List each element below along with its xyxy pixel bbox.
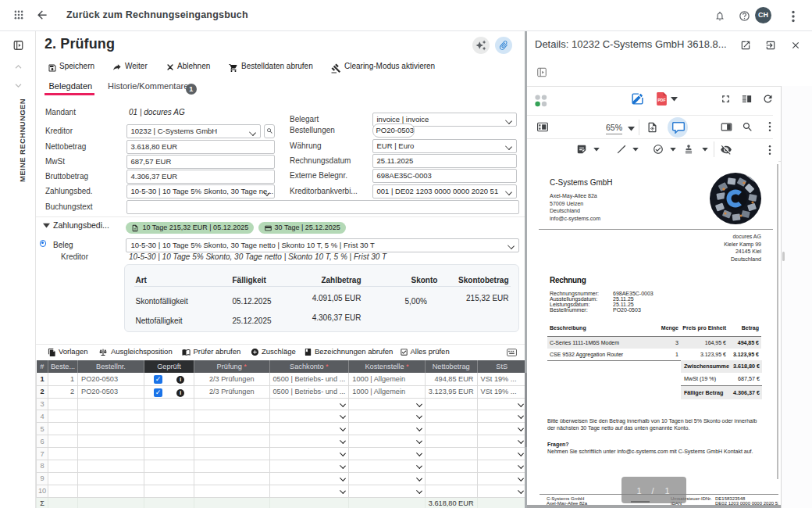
svg-text:PDF: PDF [658, 98, 666, 102]
